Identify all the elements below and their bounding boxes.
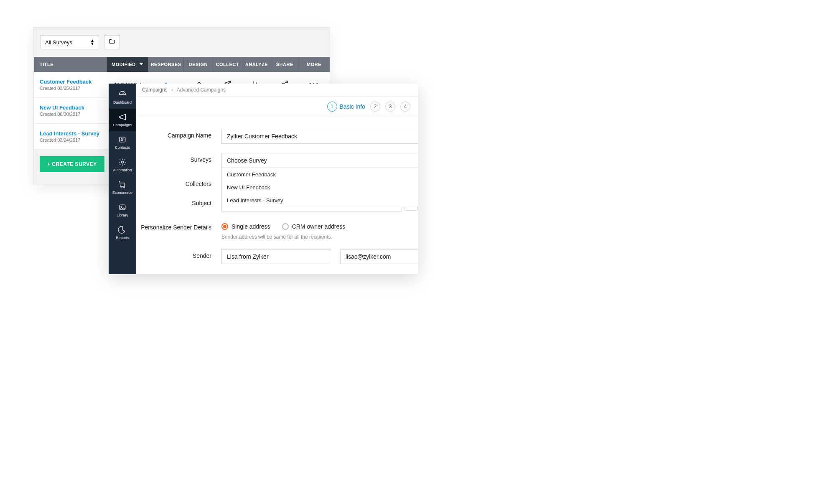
sidebar-item-contacts[interactable]: Contacts — [109, 131, 136, 154]
radio-icon — [221, 223, 228, 230]
breadcrumb: Campaigns › Advanced Campaigns — [136, 84, 418, 97]
step-1[interactable]: 1 Basic Info — [327, 102, 365, 112]
sidebar-label: Campaigns — [113, 123, 132, 127]
personalize-label: Personalize Sender Details — [136, 221, 211, 231]
filter-label: All Surveys — [45, 39, 72, 46]
create-survey-button[interactable]: + CREATE SURVEY — [40, 156, 104, 172]
header-collect[interactable]: COLLECT — [213, 57, 242, 72]
surveys-dropdown-trigger[interactable]: Choose Survey — [221, 153, 418, 168]
subject-label: Subject — [136, 196, 211, 206]
step-4[interactable]: 4 — [400, 102, 410, 112]
helper-text: Sender address will be same for all the … — [221, 234, 418, 240]
svg-point-6 — [121, 187, 122, 188]
campaigns-panel: Dashboard Campaigns Contacts Automation … — [109, 84, 418, 274]
sender-email-input[interactable] — [340, 249, 418, 264]
breadcrumb-current: Advanced Campaigns — [177, 87, 226, 93]
sidebar-label: Contacts — [115, 145, 130, 150]
breadcrumb-separator: › — [171, 87, 173, 93]
sidebar-label: Reports — [116, 236, 129, 240]
filter-row: All Surveys ▲▼ — [34, 28, 330, 57]
header-design[interactable]: DESIGN — [184, 57, 213, 72]
sidebar-item-ecommerce[interactable]: Ecommerce — [109, 176, 136, 199]
svg-point-5 — [122, 161, 124, 163]
surveys-option[interactable]: Customer Feedback — [222, 168, 418, 181]
radio-single-address[interactable]: Single address — [221, 223, 270, 230]
header-modified[interactable]: MODIFIED — [107, 57, 149, 72]
surveys-label: Surveys — [136, 153, 211, 163]
survey-created-text: Created 03/24/2017 — [40, 137, 80, 143]
sidebar-item-library[interactable]: Library — [109, 199, 136, 221]
sidebar-label: Library — [117, 213, 128, 217]
sidebar-item-campaigns[interactable]: Campaigns — [109, 109, 136, 131]
sender-radio-group: Single address CRM owner address — [221, 221, 418, 230]
surveys-option[interactable]: New UI Feedback — [222, 181, 418, 194]
survey-filter-dropdown[interactable]: All Surveys ▲▼ — [41, 35, 99, 49]
svg-point-0 — [286, 81, 288, 83]
step-label: Basic Info — [340, 103, 365, 110]
sidebar-label: Dashboard — [113, 100, 132, 104]
survey-created-text: Created 03/25/2017 — [40, 86, 80, 91]
surveys-dropdown: Choose Survey Customer Feedback New UI F… — [221, 153, 418, 168]
header-share[interactable]: SHARE — [271, 57, 298, 72]
sidebar-label: Ecommerce — [112, 191, 132, 195]
sidebar-item-dashboard[interactable]: Dashboard — [109, 86, 136, 109]
radio-crm-owner[interactable]: CRM owner address — [282, 223, 346, 230]
collectors-label: Collectors — [136, 177, 211, 187]
surveys-option[interactable]: Lead Interests - Survey — [222, 194, 418, 207]
sidebar-item-reports[interactable]: Reports — [109, 221, 136, 244]
folder-button[interactable] — [104, 35, 120, 49]
campaign-form: Campaign Name Surveys Choose Survey Cust… — [136, 117, 418, 274]
header-analyze[interactable]: ANALYZE — [242, 57, 272, 72]
svg-rect-8 — [120, 205, 125, 210]
sidebar: Dashboard Campaigns Contacts Automation … — [109, 84, 136, 274]
svg-point-4 — [121, 139, 122, 140]
survey-name-link[interactable]: Customer Feedback — [40, 79, 92, 85]
folder-icon — [109, 38, 115, 46]
survey-name-link[interactable]: Lead Interests - Survey — [40, 130, 99, 137]
wizard-steps: 1 Basic Info 2 3 4 — [136, 97, 418, 117]
campaign-name-label: Campaign Name — [136, 129, 211, 139]
breadcrumb-root[interactable]: Campaigns — [142, 87, 168, 93]
header-more[interactable]: MORE — [298, 57, 330, 72]
surveys-dropdown-menu: Customer Feedback New UI Feedback Lead I… — [221, 168, 418, 207]
caret-down-icon — [139, 62, 143, 67]
sidebar-label: Automation — [113, 168, 132, 172]
sender-name-input[interactable] — [221, 249, 330, 264]
header-title[interactable]: TITLE — [34, 57, 107, 72]
surveys-header-row: TITLE MODIFIED RESPONSES DESIGN COLLECT … — [34, 57, 330, 72]
survey-created-text: Created 06/30/2017 — [40, 112, 80, 117]
campaign-name-input[interactable] — [221, 129, 418, 144]
svg-point-7 — [124, 187, 125, 188]
step-3[interactable]: 3 — [385, 102, 395, 112]
survey-name-link[interactable]: New UI Feedback — [40, 104, 84, 111]
sort-icon: ▲▼ — [90, 39, 94, 46]
header-responses[interactable]: RESPONSES — [148, 57, 184, 72]
sender-label: Sender — [136, 249, 211, 259]
campaign-main: Campaigns › Advanced Campaigns 1 Basic I… — [136, 84, 418, 274]
step-2[interactable]: 2 — [370, 102, 380, 112]
sidebar-item-automation[interactable]: Automation — [109, 154, 136, 176]
radio-icon — [282, 223, 289, 230]
